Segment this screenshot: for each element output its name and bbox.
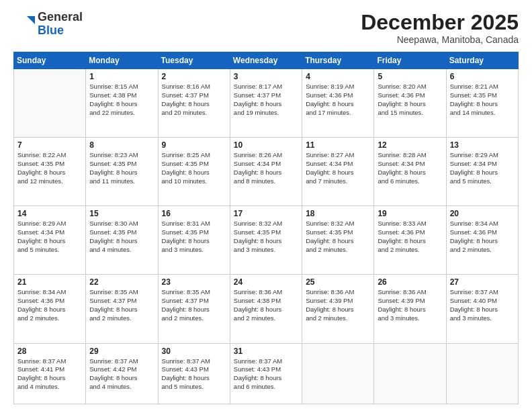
day-number: 2 [162,72,226,81]
calendar-cell: 17Sunrise: 8:32 AM Sunset: 4:35 PM Dayli… [230,206,302,275]
calendar-cell: 18Sunrise: 8:32 AM Sunset: 4:35 PM Dayli… [302,206,374,275]
calendar-cell: 2Sunrise: 8:16 AM Sunset: 4:37 PM Daylig… [158,69,230,138]
cell-info: Sunrise: 8:37 AM Sunset: 4:42 PM Dayligh… [89,357,154,392]
svg-rect-1 [13,13,27,35]
calendar-cell: 16Sunrise: 8:31 AM Sunset: 4:35 PM Dayli… [158,206,230,275]
calendar-cell: 25Sunrise: 8:36 AM Sunset: 4:39 PM Dayli… [302,275,374,343]
calendar-cell: 12Sunrise: 8:28 AM Sunset: 4:34 PM Dayli… [374,138,446,206]
calendar-week-row: 7Sunrise: 8:22 AM Sunset: 4:35 PM Daylig… [14,138,519,206]
calendar-day-header: Thursday [302,52,374,69]
day-number: 12 [378,140,442,150]
day-number: 14 [17,209,82,218]
day-number: 4 [306,72,370,81]
calendar-week-row: 1Sunrise: 8:15 AM Sunset: 4:38 PM Daylig… [14,69,519,138]
calendar-cell: 7Sunrise: 8:22 AM Sunset: 4:35 PM Daylig… [14,138,86,206]
day-number: 8 [89,140,154,150]
day-number: 21 [17,277,82,287]
calendar-cell: 30Sunrise: 8:37 AM Sunset: 4:43 PM Dayli… [158,343,230,404]
calendar-cell: 13Sunrise: 8:29 AM Sunset: 4:34 PM Dayli… [446,138,518,206]
calendar-cell: 10Sunrise: 8:26 AM Sunset: 4:34 PM Dayli… [230,138,302,206]
cell-info: Sunrise: 8:32 AM Sunset: 4:35 PM Dayligh… [234,220,298,254]
calendar-cell: 31Sunrise: 8:37 AM Sunset: 4:43 PM Dayli… [230,343,302,404]
cell-info: Sunrise: 8:20 AM Sunset: 4:36 PM Dayligh… [378,83,442,117]
calendar-cell: 26Sunrise: 8:36 AM Sunset: 4:39 PM Dayli… [374,275,446,343]
logo: General Blue [13,11,83,38]
calendar-cell: 1Sunrise: 8:15 AM Sunset: 4:38 PM Daylig… [86,69,158,138]
calendar-cell: 19Sunrise: 8:33 AM Sunset: 4:36 PM Dayli… [374,206,446,275]
cell-info: Sunrise: 8:30 AM Sunset: 4:35 PM Dayligh… [89,220,154,254]
day-number: 20 [450,209,515,218]
cell-info: Sunrise: 8:28 AM Sunset: 4:34 PM Dayligh… [378,151,442,185]
logo-icon [13,13,35,35]
day-number: 26 [378,277,442,287]
logo-text: General Blue [38,11,83,38]
cell-info: Sunrise: 8:29 AM Sunset: 4:34 PM Dayligh… [17,220,82,254]
calendar-day-header: Friday [374,52,446,69]
title-block: December 2025 Neepawa, Manitoba, Canada [361,11,519,45]
header: General Blue December 2025 Neepawa, Mani… [13,11,519,45]
day-number: 30 [162,347,226,356]
day-number: 9 [162,140,226,150]
calendar-cell [446,343,518,404]
cell-info: Sunrise: 8:35 AM Sunset: 4:37 PM Dayligh… [162,288,226,322]
cell-info: Sunrise: 8:25 AM Sunset: 4:35 PM Dayligh… [162,151,226,185]
logo-blue-text: Blue [38,24,83,38]
day-number: 17 [234,209,298,218]
cell-info: Sunrise: 8:23 AM Sunset: 4:35 PM Dayligh… [89,151,154,185]
cell-info: Sunrise: 8:29 AM Sunset: 4:34 PM Dayligh… [450,151,515,185]
day-number: 1 [89,72,154,81]
day-number: 27 [450,277,515,287]
calendar-day-header: Wednesday [230,52,302,69]
cell-info: Sunrise: 8:34 AM Sunset: 4:36 PM Dayligh… [17,288,82,322]
cell-info: Sunrise: 8:36 AM Sunset: 4:38 PM Dayligh… [234,288,298,322]
cell-info: Sunrise: 8:37 AM Sunset: 4:40 PM Dayligh… [450,288,515,322]
cell-info: Sunrise: 8:36 AM Sunset: 4:39 PM Dayligh… [378,288,442,322]
calendar-cell: 5Sunrise: 8:20 AM Sunset: 4:36 PM Daylig… [374,69,446,138]
day-number: 23 [162,277,226,287]
logo-general-text: General [38,11,83,24]
calendar-cell: 20Sunrise: 8:34 AM Sunset: 4:36 PM Dayli… [446,206,518,275]
day-number: 6 [450,72,515,81]
day-number: 16 [162,209,226,218]
cell-info: Sunrise: 8:37 AM Sunset: 4:41 PM Dayligh… [17,357,82,392]
calendar-week-row: 14Sunrise: 8:29 AM Sunset: 4:34 PM Dayli… [14,206,519,275]
location: Neepawa, Manitoba, Canada [361,34,519,45]
calendar-cell: 22Sunrise: 8:35 AM Sunset: 4:37 PM Dayli… [86,275,158,343]
day-number: 15 [89,209,154,218]
calendar-cell: 9Sunrise: 8:25 AM Sunset: 4:35 PM Daylig… [158,138,230,206]
calendar-cell [14,69,86,138]
calendar-cell [302,343,374,404]
month-title: December 2025 [361,11,519,34]
calendar-cell: 11Sunrise: 8:27 AM Sunset: 4:34 PM Dayli… [302,138,374,206]
cell-info: Sunrise: 8:37 AM Sunset: 4:43 PM Dayligh… [162,357,226,392]
cell-info: Sunrise: 8:21 AM Sunset: 4:35 PM Dayligh… [450,83,515,117]
cell-info: Sunrise: 8:27 AM Sunset: 4:34 PM Dayligh… [306,151,370,185]
calendar-day-header: Sunday [14,52,86,69]
calendar-cell: 21Sunrise: 8:34 AM Sunset: 4:36 PM Dayli… [14,275,86,343]
cell-info: Sunrise: 8:16 AM Sunset: 4:37 PM Dayligh… [162,83,226,117]
calendar-cell: 15Sunrise: 8:30 AM Sunset: 4:35 PM Dayli… [86,206,158,275]
calendar-cell: 6Sunrise: 8:21 AM Sunset: 4:35 PM Daylig… [446,69,518,138]
day-number: 22 [89,277,154,287]
calendar-week-row: 28Sunrise: 8:37 AM Sunset: 4:41 PM Dayli… [14,343,519,404]
day-number: 5 [378,72,442,81]
cell-info: Sunrise: 8:32 AM Sunset: 4:35 PM Dayligh… [306,220,370,254]
cell-info: Sunrise: 8:35 AM Sunset: 4:37 PM Dayligh… [89,288,154,322]
calendar-week-row: 21Sunrise: 8:34 AM Sunset: 4:36 PM Dayli… [14,275,519,343]
day-number: 28 [17,347,82,356]
calendar-day-header: Monday [86,52,158,69]
calendar-cell [374,343,446,404]
cell-info: Sunrise: 8:31 AM Sunset: 4:35 PM Dayligh… [162,220,226,254]
cell-info: Sunrise: 8:37 AM Sunset: 4:43 PM Dayligh… [234,357,298,392]
day-number: 13 [450,140,515,150]
calendar-cell: 3Sunrise: 8:17 AM Sunset: 4:37 PM Daylig… [230,69,302,138]
day-number: 24 [234,277,298,287]
day-number: 29 [89,347,154,356]
day-number: 25 [306,277,370,287]
day-number: 18 [306,209,370,218]
cell-info: Sunrise: 8:17 AM Sunset: 4:37 PM Dayligh… [234,83,298,117]
calendar-header-row: SundayMondayTuesdayWednesdayThursdayFrid… [14,52,519,69]
day-number: 31 [234,347,298,356]
day-number: 3 [234,72,298,81]
calendar-cell: 8Sunrise: 8:23 AM Sunset: 4:35 PM Daylig… [86,138,158,206]
